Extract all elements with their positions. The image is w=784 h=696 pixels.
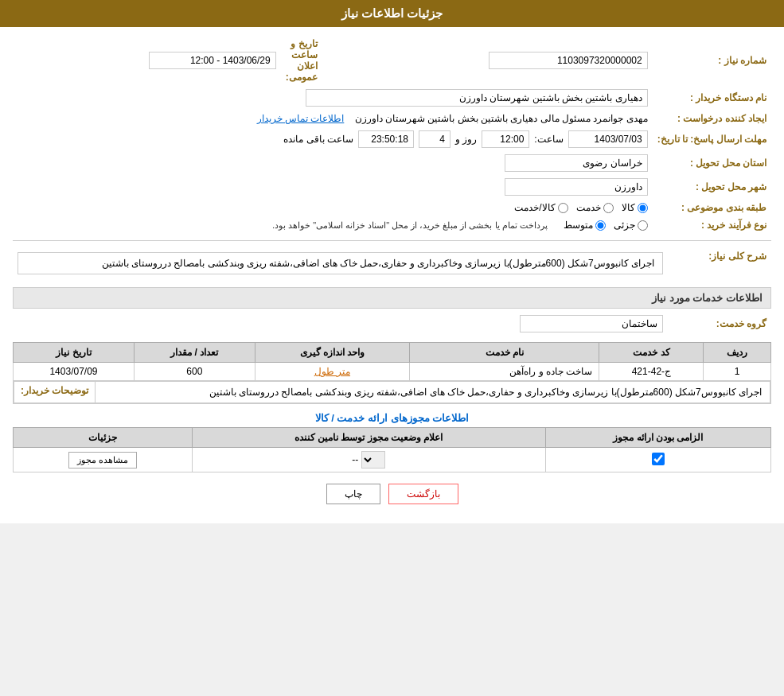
buttons-row: بازگشت چاپ [13, 484, 771, 504]
remaining-input[interactable] [358, 130, 414, 148]
sharh-value: اجرای کانبووس7شکل (600مترطول)با زیرسازی … [13, 246, 668, 281]
dasgah-input[interactable] [306, 89, 648, 107]
status-select[interactable]: ∨ [361, 451, 385, 469]
faraaind-jozei-label[interactable]: جزئی [614, 220, 648, 231]
desc-label-cell: توضیحات خریدار: [14, 382, 96, 403]
dasgah-label: نام دستگاه خریدار : [653, 86, 771, 110]
tabaqeh-kala-khedmat-label[interactable]: کالا/خدمت [514, 202, 568, 213]
faraaind-motavaseT-label[interactable]: متوسط [564, 220, 606, 231]
tabaqeh-khedmat-text: خدمت [576, 202, 601, 213]
remaining-label: ساعت باقی مانده [283, 134, 353, 145]
services-table: ردیف کد خدمت نام خدمت واحد اندازه گیری ت… [13, 342, 771, 404]
faraaind-label: نوع فرآیند خرید : [653, 216, 771, 234]
page-title: جزئیات اطلاعات نیاز [341, 6, 443, 20]
permissions-tbody: ∨ -- مشاهده مجوز [14, 448, 771, 472]
ostan-label: استان محل تحویل : [653, 151, 771, 175]
contact-link[interactable]: اطلاعات تماس خریدار [257, 113, 345, 124]
shomara-input[interactable] [489, 52, 648, 69]
tabaqeh-label: طبقه بندی موضوعی : [653, 199, 771, 216]
tabaqeh-options: کالا خدمت کالا/خدمت [13, 199, 653, 216]
group-input[interactable] [520, 315, 663, 332]
info-table: شماره نیاز : تاریخ و ساعت اعلان عمومی: ن… [13, 35, 771, 234]
group-table: گروه خدمت: [13, 312, 771, 336]
td-status: ∨ -- [192, 448, 545, 472]
page-wrapper: جزئیات اطلاعات نیاز شماره نیاز : تاریخ و… [0, 0, 784, 523]
created-value: مهدی جوانمرد مسئول مالی دهیاری باشتین بخ… [13, 110, 653, 127]
desc-text: اجرای کانبووس7شکل (600مترطول)با زیرسازی … [209, 387, 762, 398]
group-label: گروه خدمت: [668, 312, 771, 336]
time-label: ساعت: [534, 134, 563, 145]
tabaqeh-kala-radio[interactable] [638, 203, 648, 213]
time-input[interactable] [482, 130, 529, 148]
desc-text-cell: اجرای کانبووس7شکل (600مترطول)با زیرسازی … [96, 382, 770, 403]
back-button[interactable]: بازگشت [388, 484, 458, 504]
sharh-label: شرح کلی نیاز: [668, 246, 771, 281]
th-details: جزئیات [14, 428, 193, 448]
th-radif: ردیف [704, 343, 771, 363]
rooz-input[interactable] [419, 130, 451, 148]
created-label: ایجاد کننده درخواست : [653, 110, 771, 127]
services-header-row: ردیف کد خدمت نام خدمت واحد اندازه گیری ت… [14, 343, 771, 363]
shahr-value [13, 175, 653, 199]
faraaind-motavaset-radio[interactable] [595, 220, 606, 231]
row-shahr: شهر محل تحویل : [13, 175, 771, 199]
description-cell: اجرای کانبووس7شکل (600مترطول)با زیرسازی … [14, 381, 771, 404]
td-kod: ج-42-421 [599, 363, 704, 381]
permissions-thead: الزامی بودن ارائه مجوز اعلام وضعیت مجوز … [14, 428, 771, 448]
tabaqeh-kala-khedmat-radio[interactable] [558, 203, 568, 213]
sharh-row: شرح کلی نیاز: اجرای کانبووس7شکل (600مترط… [13, 246, 771, 281]
th-date: تاریخ نیاز [14, 343, 135, 363]
faraaind-jozei-radio[interactable] [638, 220, 648, 231]
status-value: -- [352, 454, 358, 465]
td-details: مشاهده مجوز [14, 448, 193, 472]
view-permit-button[interactable]: مشاهده مجوز [68, 452, 137, 469]
created-text: مهدی جوانمرد مسئول مالی دهیاری باشتین بخ… [355, 113, 648, 124]
date-time-container: ساعت: روز و ساعت باقی مانده [18, 130, 648, 148]
permissions-section: اطلاعات مجوزهای ارائه خدمت / کالا الزامی… [13, 412, 771, 472]
shahr-input[interactable] [505, 178, 648, 196]
announce-input[interactable] [149, 52, 276, 69]
main-content: شماره نیاز : تاریخ و ساعت اعلان عمومی: ن… [0, 27, 784, 523]
tabaqeh-khedmat-label[interactable]: خدمت [576, 202, 614, 213]
ostan-input[interactable] [505, 154, 648, 172]
permissions-row: ∨ -- مشاهده مجوز [14, 448, 771, 472]
row-ostan: استان محل تحویل : [13, 151, 771, 175]
faraaind-options: جزئی متوسط پرداخت تمام یا بخشی از مبلغ خ… [13, 216, 653, 234]
tabaqeh-kala-text: کالا [622, 202, 635, 213]
divider-1 [13, 240, 771, 241]
faraaind-jozei-text: جزئی [614, 220, 635, 231]
print-button[interactable]: چاپ [326, 484, 380, 504]
th-unit: واحد اندازه گیری [255, 343, 409, 363]
th-count: تعداد / مقدار [134, 343, 255, 363]
dasgah-value [13, 86, 653, 110]
mohlet-row: ساعت: روز و ساعت باقی مانده [13, 127, 653, 151]
required-checkbox[interactable] [652, 453, 665, 465]
th-kod: کد خدمت [599, 343, 704, 363]
ostan-value [13, 151, 653, 175]
tabaqeh-khedmat-radio[interactable] [603, 203, 614, 213]
shahr-label: شهر محل تحویل : [653, 175, 771, 199]
faraaind-note: پرداخت تمام یا بخشی از مبلغ خرید، از محل… [272, 220, 548, 231]
td-name: ساخت جاده و راه‌آهن [410, 363, 599, 381]
row-faraaind: نوع فرآیند خرید : جزئی متوسط پرداخت تمام… [13, 216, 771, 234]
page-header: جزئیات اطلاعات نیاز [0, 0, 784, 27]
group-value [13, 312, 668, 336]
td-unit: متر طول [255, 363, 409, 381]
td-required [545, 448, 770, 472]
shomara-label: شماره نیاز : [653, 35, 771, 86]
td-date: 1403/07/09 [14, 363, 135, 381]
desc-inner-row: اجرای کانبووس7شکل (600مترطول)با زیرسازی … [14, 382, 770, 403]
date-input[interactable] [568, 130, 648, 148]
row-tabaqeh: طبقه بندی موضوعی : کالا خدمت [13, 199, 771, 216]
desc-inner-table: اجرای کانبووس7شکل (600مترطول)با زیرسازی … [14, 381, 770, 403]
table-row: 1 ج-42-421 ساخت جاده و راه‌آهن متر طول 6… [14, 363, 771, 381]
tabaqeh-kala-label[interactable]: کالا [622, 202, 648, 213]
row-shomara: شماره نیاز : تاریخ و ساعت اعلان عمومی: [13, 35, 771, 86]
td-count: 600 [134, 363, 255, 381]
unit-link[interactable]: متر طول [314, 366, 350, 377]
announce-value-cell [13, 35, 281, 86]
tabaqeh-radio-group: کالا خدمت کالا/خدمت [18, 202, 648, 213]
announce-label-cell: تاریخ و ساعت اعلان عمومی: [281, 35, 322, 86]
services-tbody: 1 ج-42-421 ساخت جاده و راه‌آهن متر طول 6… [14, 363, 771, 404]
shomara-value [322, 35, 653, 86]
